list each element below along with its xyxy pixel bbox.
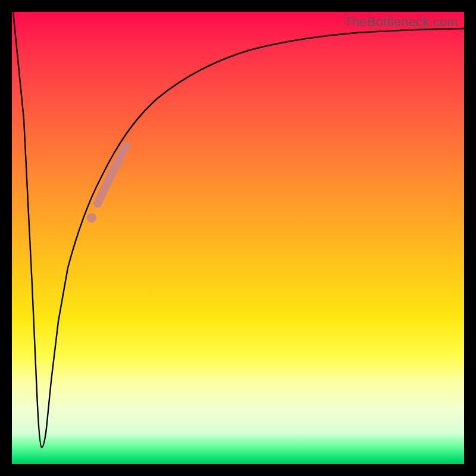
chart-svg xyxy=(12,12,464,464)
bottleneck-curve xyxy=(13,12,464,447)
plot-area: TheBottleneck.com xyxy=(12,12,464,464)
curve-highlight-dot xyxy=(87,213,96,223)
chart-frame: TheBottleneck.com xyxy=(0,0,476,476)
